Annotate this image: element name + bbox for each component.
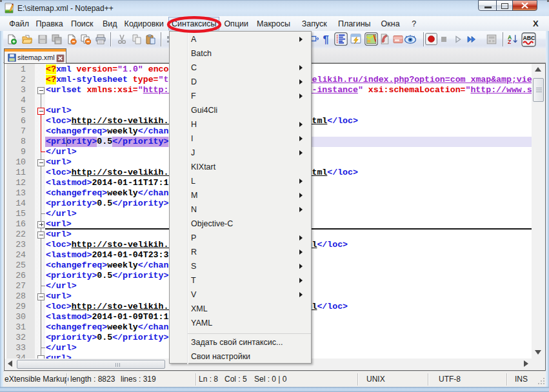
- svg-text:Z: Z: [508, 39, 511, 44]
- svg-text:ABC: ABC: [523, 35, 535, 41]
- svg-text:¶: ¶: [323, 34, 328, 44]
